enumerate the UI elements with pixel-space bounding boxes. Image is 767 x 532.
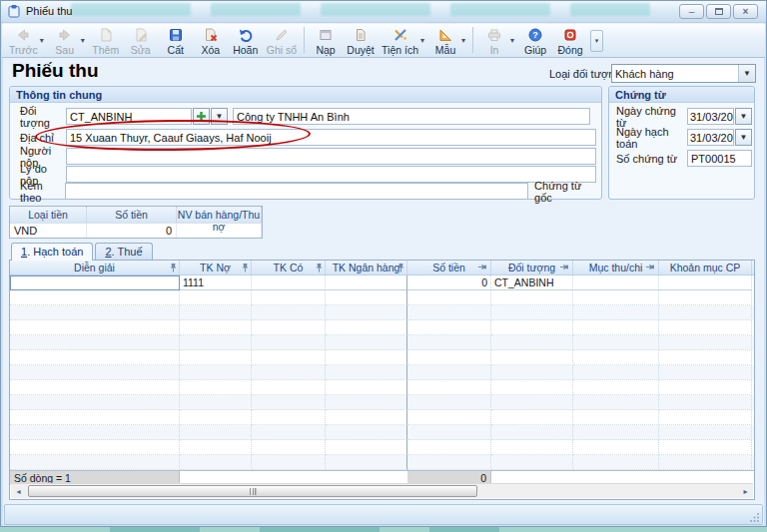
forward-button[interactable]: Sau ▾	[48, 25, 88, 58]
cell-doi-tuong[interactable]: CT_ANBINH	[491, 275, 573, 290]
grid-empty-row[interactable]	[10, 305, 754, 320]
salesperson-cell[interactable]	[177, 223, 262, 238]
tab-thue[interactable]: 2. Thuế	[95, 243, 152, 260]
col-header-tk-ngan-hang[interactable]: TK Ngân hàng	[326, 261, 407, 274]
back-button[interactable]: Trước ▾	[6, 25, 47, 58]
cell-dien-giai[interactable]	[10, 275, 180, 290]
chevron-down-icon[interactable]: ▾	[420, 36, 424, 45]
amount-cell[interactable]: 0	[87, 223, 177, 238]
object-label: Đối tượng	[20, 105, 66, 129]
grid-row-1[interactable]: 1111 0 CT_ANBINH	[10, 275, 754, 290]
pin-icon[interactable]	[241, 263, 250, 273]
close-window-toolbar-button[interactable]: Đóng	[553, 25, 587, 58]
amount-col-header: Số tiền	[87, 207, 177, 223]
tab-hach-toan[interactable]: 1. Hạch toán	[11, 243, 93, 261]
edit-button[interactable]: Sửa	[124, 25, 158, 58]
pin-icon[interactable]	[169, 263, 178, 273]
arrow-right-icon	[57, 27, 73, 43]
template-button[interactable]: Mẫu ▾	[428, 25, 468, 58]
load-button[interactable]: Nạp	[309, 25, 343, 58]
grid-empty-row[interactable]	[10, 320, 754, 335]
print-button[interactable]: In ▾	[477, 25, 517, 58]
approve-button[interactable]: Duyệt	[344, 25, 378, 58]
resize-grip-icon[interactable]	[750, 512, 760, 522]
post-button[interactable]: Ghi sổ	[264, 25, 300, 58]
col-header-tk-no[interactable]: TK Nợ	[180, 261, 252, 274]
grid-empty-row[interactable]	[10, 350, 754, 365]
chevron-down-icon[interactable]: ▼	[738, 65, 755, 82]
object-code-input[interactable]: CT_ANBINH	[66, 108, 192, 125]
unpin-icon[interactable]	[478, 263, 489, 271]
grid-empty-row[interactable]	[10, 380, 754, 395]
posting-date-input[interactable]: 31/03/2012	[687, 129, 734, 146]
scroll-right-button[interactable]: ▸	[738, 484, 753, 498]
minimize-button[interactable]: –	[679, 4, 704, 19]
utilities-button[interactable]: Tiện ích ▾	[379, 25, 427, 58]
toolbar: Trước ▾ Sau ▾ Thêm Sửa C	[2, 24, 765, 58]
help-button[interactable]: ? Giúp	[518, 25, 552, 58]
grid-empty-row[interactable]	[10, 410, 754, 425]
close-red-icon	[562, 27, 578, 43]
address-input[interactable]: 15 Xuaan Thuyr, Caauf Giaays, Haf Nooij	[66, 129, 596, 146]
unpin-icon[interactable]	[560, 263, 571, 271]
tab-bar: 1. Hạch toán 2. Thuế	[11, 243, 155, 261]
cell-tk-no[interactable]: 1111	[180, 275, 252, 290]
col-header-muc-thu-chi[interactable]: Mục thu/chi	[573, 261, 659, 274]
object-dropdown-button[interactable]: ▼	[211, 108, 228, 125]
cell-tk-co[interactable]	[252, 275, 326, 290]
grid-empty-row[interactable]	[10, 335, 754, 350]
voucher-date-dropdown[interactable]: ▼	[735, 108, 752, 125]
arrow-left-icon	[15, 27, 31, 43]
grid-empty-row[interactable]	[10, 425, 754, 440]
add-button[interactable]: Thêm	[89, 25, 123, 58]
grid-empty-row[interactable]	[10, 290, 754, 305]
scrollbar-thumb[interactable]	[28, 485, 477, 497]
chevron-down-icon[interactable]: ▾	[510, 36, 514, 45]
cell-muc-thu-chi[interactable]	[573, 275, 659, 290]
cell-so-tien[interactable]: 0	[407, 275, 491, 290]
reason-input[interactable]	[66, 166, 596, 183]
object-type-select[interactable]: Khách hàng ▼	[611, 64, 756, 83]
col-header-so-tien[interactable]: Số tiền	[407, 261, 491, 274]
currency-row[interactable]: VND 0	[10, 223, 262, 238]
chevron-down-icon[interactable]: ▾	[81, 36, 85, 45]
grid-empty-row[interactable]	[10, 365, 754, 380]
cell-khoan-muc-cp[interactable]	[659, 275, 752, 290]
col-header-dien-giai[interactable]: Diễn giải	[10, 261, 180, 274]
col-header-doi-tuong[interactable]: Đối tượng	[491, 261, 573, 274]
col-header-tk-co[interactable]: TK Có	[252, 261, 326, 274]
maximize-button[interactable]	[706, 4, 731, 19]
attach-input[interactable]	[65, 183, 528, 200]
voucher-date-input[interactable]: 31/03/2012	[687, 108, 734, 125]
currency-table: Loại tiền Số tiền NV bán hàng/Thu nợ VND…	[9, 206, 263, 239]
unpin-icon[interactable]	[646, 263, 657, 271]
cell-tk-ngan-hang[interactable]	[326, 275, 407, 290]
window-refresh-icon	[318, 27, 334, 43]
document-icon	[353, 27, 369, 43]
payer-input[interactable]	[66, 148, 596, 165]
pin-icon[interactable]	[315, 263, 324, 273]
attach-label: Kèm theo	[20, 180, 65, 204]
grid-empty-row[interactable]	[10, 455, 754, 470]
currency-cell[interactable]: VND	[10, 223, 87, 238]
posting-date-dropdown[interactable]: ▼	[735, 129, 752, 146]
plus-icon	[196, 111, 207, 122]
horizontal-scrollbar[interactable]: ◂ ▸	[11, 483, 753, 498]
scroll-left-button[interactable]: ◂	[11, 484, 26, 498]
chevron-down-icon[interactable]: ▾	[40, 36, 44, 45]
grid-header-row: Diễn giải TK Nợ TK Có TK Ngân hàng Số ti…	[10, 261, 754, 275]
close-button[interactable]: ×	[733, 4, 758, 19]
grid-empty-row[interactable]	[10, 440, 754, 455]
save-button[interactable]: Cất	[159, 25, 193, 58]
delete-button[interactable]: Xóa	[194, 25, 228, 58]
pin-icon[interactable]	[396, 263, 405, 273]
chevron-down-icon[interactable]: ▾	[461, 36, 465, 45]
add-object-button[interactable]	[193, 108, 210, 125]
printer-icon	[486, 27, 502, 43]
grid-empty-row[interactable]	[10, 395, 754, 410]
col-header-khoan-muc-cp[interactable]: Khoản mục CP	[659, 261, 752, 274]
delete-page-icon	[203, 27, 219, 43]
toolbar-overflow-button[interactable]: ▾	[590, 30, 603, 52]
voucher-number-input[interactable]: PT00015	[687, 150, 752, 167]
undo-button[interactable]: Hoãn	[229, 25, 263, 58]
